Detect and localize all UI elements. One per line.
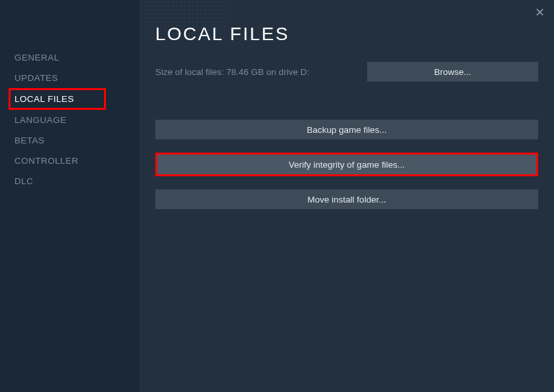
- sidebar-item-controller[interactable]: CONTROLLER: [14, 151, 139, 171]
- sidebar-item-betas[interactable]: BETAS: [14, 130, 139, 151]
- backup-game-files-button[interactable]: Backup game files...: [155, 120, 538, 139]
- sidebar: GENERAL UPDATES LOCAL FILES LANGUAGE BET…: [0, 0, 139, 392]
- sidebar-item-highlight: LOCAL FILES: [9, 88, 106, 110]
- info-row: Size of local files: 78.46 GB on drive D…: [155, 62, 538, 82]
- size-of-local-files-text: Size of local files: 78.46 GB on drive D…: [155, 67, 309, 77]
- browse-button[interactable]: Browse...: [367, 62, 538, 82]
- verify-integrity-button[interactable]: Verify integrity of game files...: [157, 155, 536, 174]
- main-panel: ✕ LOCAL FILES Size of local files: 78.46…: [139, 0, 554, 392]
- sidebar-item-language[interactable]: LANGUAGE: [14, 110, 139, 130]
- verify-button-highlight: Verify integrity of game files...: [155, 153, 538, 176]
- sidebar-item-updates[interactable]: UPDATES: [14, 68, 139, 88]
- sidebar-item-general[interactable]: GENERAL: [14, 47, 139, 68]
- sidebar-item-dlc[interactable]: DLC: [14, 171, 139, 191]
- sidebar-item-local-files[interactable]: LOCAL FILES: [14, 91, 100, 107]
- page-title: LOCAL FILES: [155, 24, 538, 45]
- close-button[interactable]: ✕: [535, 5, 545, 20]
- close-icon: ✕: [535, 6, 545, 19]
- move-install-folder-button[interactable]: Move install folder...: [155, 189, 538, 209]
